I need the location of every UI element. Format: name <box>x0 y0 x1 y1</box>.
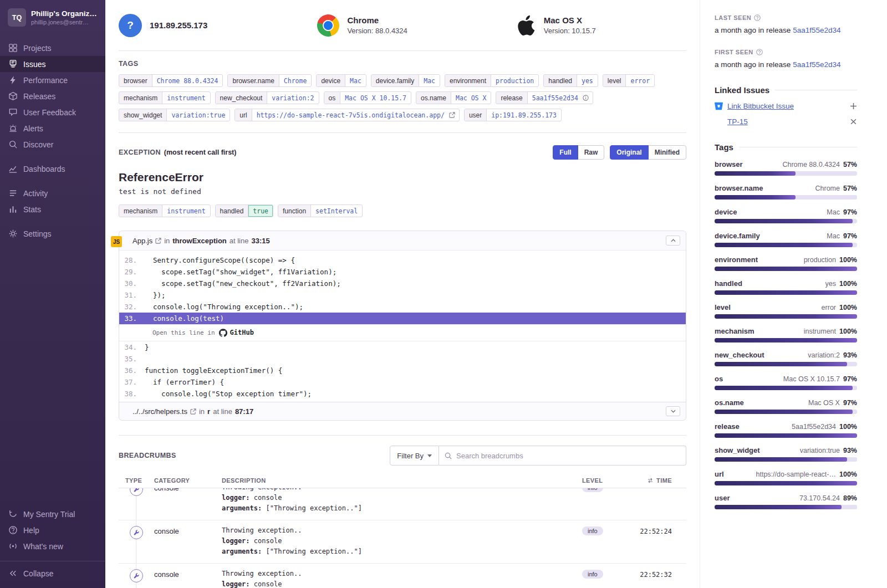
tag-value[interactable]: https://do-sample-react-7v5is.ondigitalo… <box>252 109 449 121</box>
sidebar-nav-item[interactable]: User Feedback <box>0 104 105 120</box>
tag-value[interactable]: 5aa1f55e2d34 <box>528 92 583 104</box>
view-toggle-button[interactable]: Minified <box>648 145 686 160</box>
external-link-icon[interactable] <box>190 408 196 415</box>
tag-value[interactable]: error <box>626 75 654 86</box>
tag-distribution[interactable]: url https://do-sample-react-… 100% <box>715 470 857 485</box>
release-link[interactable]: 5aa1f55e2d34 <box>793 60 840 69</box>
tag-bar-track <box>715 386 857 390</box>
tag-distribution[interactable]: new_checkout variation:2 93% <box>715 351 857 366</box>
tag-value[interactable]: Mac OS X <box>451 92 491 104</box>
tag-value[interactable]: variation:2 <box>267 92 318 104</box>
tag-key: browser.name <box>228 75 279 86</box>
breadcrumb-type-cell <box>119 488 154 514</box>
tag-distribution[interactable]: os.name Mac OS X 97% <box>715 398 857 414</box>
footer-icon <box>8 525 18 535</box>
sidebar-footer-item[interactable]: My Sentry Trial <box>0 506 105 522</box>
link-bitbucket-issue[interactable]: Link Bitbucket Issue <box>727 102 794 110</box>
tag-distribution[interactable]: handled yes 100% <box>715 279 857 295</box>
jira-issue-link[interactable]: TP-15 <box>727 117 748 126</box>
tag-value[interactable]: production <box>491 75 538 86</box>
sidebar-nav-item[interactable]: Projects <box>0 40 105 56</box>
tag-distribution[interactable]: device.family Mac 97% <box>715 232 857 247</box>
tag-value[interactable]: Chrome 88.0.4324 <box>152 75 223 86</box>
filter-by-dropdown[interactable]: Filter By <box>390 446 439 466</box>
tag-distribution[interactable]: level error 100% <box>715 303 857 319</box>
right-sidebar: LAST SEEN a month ago in release 5aa1f55… <box>700 0 887 588</box>
github-link[interactable]: GitHub <box>219 327 254 339</box>
external-link-icon[interactable] <box>155 238 161 244</box>
view-toggle-button[interactable]: Raw <box>578 145 605 160</box>
tag-bar-fill <box>715 243 853 247</box>
tag-top-value: Mac OS X 10.15.7 <box>783 375 840 383</box>
sidebar-nav-item[interactable]: Stats <box>0 201 105 217</box>
sidebar-nav-item[interactable]: Issues <box>0 56 105 72</box>
tag-distribution-top: release 5aa1f55e2d34 100% <box>715 422 857 431</box>
sidebar-nav-item[interactable]: Performance <box>0 72 105 88</box>
close-icon[interactable] <box>850 118 857 125</box>
tag-value[interactable]: ip:191.89.255.173 <box>487 109 561 121</box>
nav-label: Alerts <box>23 124 43 133</box>
tag-distribution[interactable]: user 73.170.54.24 89% <box>715 494 857 509</box>
arguments-key: arguments: <box>222 504 262 512</box>
sidebar-nav-item[interactable]: Activity <box>0 185 105 201</box>
org-switcher[interactable]: TQ Phillip's Organiz… phillip.jones@sent… <box>0 0 105 33</box>
tag-distribution[interactable]: os Mac OS X 10.15.7 97% <box>715 375 857 390</box>
plus-icon[interactable] <box>850 103 857 110</box>
tag-value[interactable]: variation:true <box>167 109 230 121</box>
footer-label: Collapse <box>23 569 53 578</box>
nav-icon <box>8 140 18 149</box>
tag-value[interactable]: Chrome <box>279 75 312 86</box>
sidebar-nav-item[interactable]: Discover <box>0 136 105 152</box>
tag-distribution[interactable]: browser Chrome 88.0.4324 57% <box>715 160 857 176</box>
stack-frame-header[interactable]: App.js in throwException at line 33:15 <box>119 231 686 250</box>
code-line: 37. if (errorTimer) { <box>119 376 686 388</box>
tag-pill: environment production <box>445 74 539 87</box>
tags-title: TAGS <box>119 60 686 68</box>
tag-value[interactable]: Mac OS X 10.15.7 <box>340 92 411 104</box>
breadcrumb-search[interactable] <box>439 446 686 466</box>
collapse-frame-button[interactable] <box>666 236 680 246</box>
sidebar-footer-item[interactable]: What's new <box>0 538 105 554</box>
breadcrumbs-table-body: console Throwing exception.. logger: con… <box>119 488 686 588</box>
breadcrumb-category: console <box>154 569 222 588</box>
line-code: scope.setTag("show_widget", ff1Variation… <box>145 266 337 278</box>
sidebar-footer-item[interactable]: Help <box>0 522 105 538</box>
sidebar-nav-item[interactable]: Settings <box>0 226 105 242</box>
tag-value[interactable]: Mac <box>419 75 440 86</box>
external-link-icon[interactable] <box>449 109 459 121</box>
collapsed-stack-frame[interactable]: ../../src/helpers.ts in r at line 87:17 <box>119 402 686 420</box>
frame-filename[interactable]: ../../src/helpers.ts <box>132 407 187 416</box>
tag-distribution[interactable]: mechanism instrument 100% <box>715 327 857 342</box>
tag-distribution-top: os.name Mac OS X 97% <box>715 398 857 407</box>
sidebar-nav-item[interactable]: Releases <box>0 88 105 104</box>
tag-distribution[interactable]: browser.name Chrome 57% <box>715 184 857 200</box>
nav-label: Dashboards <box>23 165 65 173</box>
tag-value[interactable]: Mac <box>345 75 366 86</box>
tag-distribution[interactable]: environment production 100% <box>715 255 857 271</box>
search-input[interactable] <box>456 452 680 460</box>
column-time[interactable]: TIME <box>633 477 686 484</box>
tag-percent: 97% <box>843 375 857 383</box>
sort-icon[interactable] <box>647 477 654 484</box>
tag-value[interactable]: yes <box>577 75 598 86</box>
sidebar-nav-item[interactable]: Alerts <box>0 120 105 136</box>
tag-name: new_checkout <box>715 351 764 359</box>
sidebar-nav-item[interactable]: Dashboards <box>0 161 105 177</box>
tag-pill: level error <box>603 74 655 87</box>
tag-distribution[interactable]: show_widget variation:true 93% <box>715 446 857 462</box>
first-seen-mid: in release <box>758 60 791 69</box>
tag-value[interactable]: instrument <box>162 92 210 104</box>
line-number: 36. <box>119 365 145 376</box>
frame-filename[interactable]: App.js <box>132 237 152 245</box>
exception-title: EXCEPTION <box>119 149 161 156</box>
first-seen-label-row: FIRST SEEN <box>715 49 857 55</box>
expand-frame-button[interactable] <box>666 406 680 416</box>
nav-icon <box>8 164 18 173</box>
tag-distribution[interactable]: release 5aa1f55e2d34 100% <box>715 422 857 438</box>
release-link[interactable]: 5aa1f55e2d34 <box>793 26 840 34</box>
tag-distribution[interactable]: device Mac 97% <box>715 208 857 223</box>
info-icon[interactable] <box>583 92 593 104</box>
sidebar-footer-item[interactable]: Collapse <box>0 561 105 581</box>
view-toggle-button[interactable]: Original <box>610 145 648 160</box>
view-toggle-button[interactable]: Full <box>553 145 578 160</box>
